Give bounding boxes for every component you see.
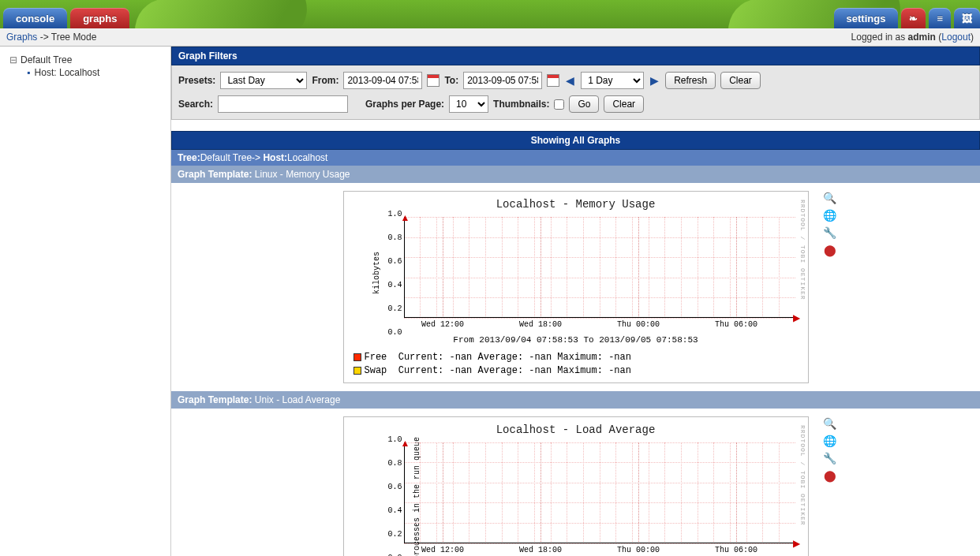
tree-root[interactable]: ⊟Default Tree — [3, 53, 167, 67]
clear-search-button[interactable]: Clear — [604, 95, 644, 113]
arrow-right-icon: ▶ — [793, 538, 800, 549]
login-prefix: Logged in as — [851, 32, 908, 43]
tab-console[interactable]: console — [3, 8, 67, 28]
calendar-icon[interactable] — [427, 74, 440, 87]
clear-time-button[interactable]: Clear — [720, 72, 761, 89]
tree-icon: ❧ — [909, 13, 918, 24]
go-button[interactable]: Go — [569, 95, 599, 113]
arrow-up-icon: ▲ — [401, 212, 410, 223]
host-label: Host: — [263, 152, 287, 163]
calendar-icon[interactable] — [547, 74, 559, 87]
graph-legend: Free Current: -nan Average: -nan Maximum… — [350, 351, 802, 378]
gpp-label: Graphs per Page: — [365, 99, 444, 110]
breadcrumb-bar: Graphs -> Tree Mode Logged in as admin (… — [0, 28, 980, 47]
tab-graphs[interactable]: graphs — [70, 8, 129, 28]
tree-host-strip: Tree:Default Tree-> Host:Localhost — [171, 150, 980, 166]
decor-swoosh — [128, 0, 314, 28]
graph-block: RRDTOOL / TOBI OETIKER Localhost - Memor… — [171, 183, 980, 391]
edit-icon[interactable]: 🔧 — [824, 226, 836, 239]
graph-template-strip: Graph Template: Linux - Memory Usage — [171, 166, 980, 183]
chart-plot: processes in the run queue 0.00.20.40.60… — [383, 439, 795, 556]
tab-settings[interactable]: settings — [834, 8, 899, 28]
showing-all-header: Showing All Graphs — [171, 131, 980, 150]
zoom-icon[interactable]: 🔍 — [824, 417, 836, 430]
thumbnails-label: Thumbnails: — [493, 99, 549, 110]
presets-label: Presets: — [178, 75, 215, 86]
graph-card[interactable]: RRDTOOL / TOBI OETIKER Localhost - Load … — [343, 416, 809, 556]
from-input[interactable] — [343, 72, 422, 89]
list-view-icon[interactable]: ≡ — [929, 8, 951, 28]
tree-root-label: Default Tree — [21, 54, 72, 65]
presets-select[interactable]: Last Day — [220, 72, 307, 89]
login-status: Logged in as admin (Logout) — [851, 32, 974, 43]
filters-header: Graph Filters — [171, 47, 980, 65]
tree-host-item[interactable]: ▪ Host: Localhost — [3, 67, 167, 78]
tree-host-label: Host: Localhost — [35, 67, 100, 78]
tree-value: Default Tree-> — [200, 152, 264, 163]
graph-card[interactable]: RRDTOOL / TOBI OETIKER Localhost - Memor… — [343, 191, 809, 383]
search-input[interactable] — [218, 95, 348, 113]
graph-title: Localhost - Load Average — [350, 424, 802, 436]
top-nav: console graphs settings ❧ ≡ 🖼 — [0, 0, 980, 28]
tree-label: Tree: — [178, 152, 200, 163]
y-axis-label: kilobytes — [372, 252, 380, 294]
edit-icon[interactable]: 🔧 — [824, 452, 836, 465]
picture-icon: 🖼 — [962, 13, 972, 24]
csv-export-icon[interactable]: 🌐 — [824, 435, 836, 447]
csv-export-icon[interactable]: 🌐 — [824, 209, 836, 222]
tree-sidebar: ⊟Default Tree ▪ Host: Localhost — [0, 47, 171, 556]
login-user: admin — [908, 32, 936, 43]
thumbnails-checkbox[interactable] — [554, 99, 564, 110]
graph-title: Localhost - Memory Usage — [350, 198, 802, 211]
logout-link[interactable]: Logout — [941, 32, 971, 43]
timeshift-right-icon[interactable]: ▶ — [649, 74, 660, 87]
search-label: Search: — [178, 99, 213, 110]
rrdtool-credit: RRDTOOL / TOBI OETIKER — [799, 200, 806, 300]
host-value: Localhost — [287, 152, 327, 163]
expand-icon[interactable]: ⊟ — [9, 54, 17, 65]
refresh-button[interactable]: Refresh — [665, 72, 716, 89]
list-icon: ≡ — [937, 13, 943, 24]
graph-template-strip: Graph Template: Unix - Load Average — [171, 391, 980, 409]
to-input[interactable] — [463, 72, 542, 89]
from-label: From: — [312, 75, 339, 86]
chart-plot: kilobytes 0.00.20.40.60.81.0 ▲ ▶ Wed 12:… — [383, 214, 795, 332]
timespan-select[interactable]: 1 Day — [581, 72, 644, 89]
arrow-up-icon: ▲ — [401, 438, 410, 449]
gpp-select[interactable]: 10 — [449, 95, 488, 113]
host-icon: ▪ — [27, 67, 30, 78]
preview-view-icon[interactable]: 🖼 — [954, 8, 980, 28]
to-label: To: — [444, 75, 458, 86]
main-panel: Graph Filters Presets: Last Day From: To… — [171, 47, 980, 556]
realtime-icon[interactable]: ⬤ — [824, 469, 836, 482]
rrdtool-credit: RRDTOOL / TOBI OETIKER — [799, 425, 806, 526]
realtime-icon[interactable]: ⬤ — [824, 244, 836, 256]
breadcrumb-tail: -> Tree Mode — [37, 32, 96, 43]
graph-block: RRDTOOL / TOBI OETIKER Localhost - Load … — [171, 409, 980, 556]
zoom-icon[interactable]: 🔍 — [824, 192, 836, 204]
filters-panel: Presets: Last Day From: To: ◀ 1 Day ▶ Re… — [171, 65, 980, 120]
breadcrumb-link[interactable]: Graphs — [6, 32, 37, 43]
tree-view-icon[interactable]: ❧ — [901, 8, 926, 28]
arrow-right-icon: ▶ — [793, 312, 800, 323]
timeshift-left-icon[interactable]: ◀ — [564, 74, 576, 87]
graph-timerange: From 2013/09/04 07:58:53 To 2013/09/05 0… — [350, 335, 802, 345]
